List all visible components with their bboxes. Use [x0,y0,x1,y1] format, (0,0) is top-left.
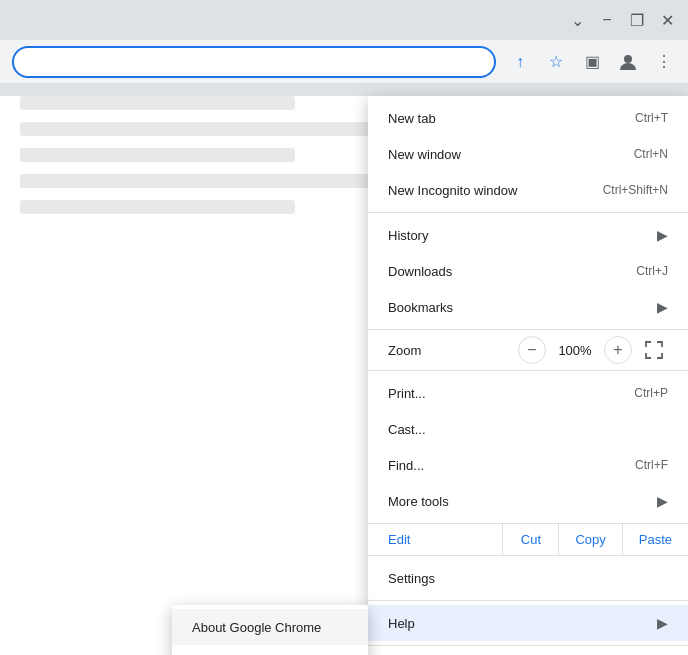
fullscreen-button[interactable] [640,336,668,364]
page-area: New tab Ctrl+T New window Ctrl+N New Inc… [0,96,688,655]
cut-button[interactable]: Cut [502,524,558,555]
help-container: Help ▶ About Google Chrome What's New He… [368,605,688,641]
window-controls: ⌄ − ❐ ✕ [564,7,680,33]
menu-item-find[interactable]: Find... Ctrl+F [368,447,688,483]
menu-section-print: Print... Ctrl+P Cast... Find... Ctrl+F M… [368,371,688,524]
paste-button[interactable]: Paste [622,524,688,555]
svg-point-0 [624,55,632,63]
menu-item-settings[interactable]: Settings [368,560,688,596]
zoom-row: Zoom − 100% + [368,330,688,371]
zoom-controls: − 100% + [518,336,668,364]
menu-section-exit: Exit [368,646,688,655]
menu-section-settings: Settings [368,556,688,601]
maximize-button[interactable]: ❐ [624,7,650,33]
page-line [20,200,295,214]
menu-item-new-incognito[interactable]: New Incognito window Ctrl+Shift+N [368,172,688,208]
profile-icon[interactable] [612,46,644,78]
chrome-window: ⌄ − ❐ ✕ ↑ ☆ ▣ ⋮ [0,0,688,655]
sidebar-icon[interactable]: ▣ [576,46,608,78]
menu-item-history[interactable]: History ▶ [368,217,688,253]
help-submenu: About Google Chrome What's New Help cent… [172,605,368,655]
copy-button[interactable]: Copy [558,524,621,555]
menu-section-history: History ▶ Downloads Ctrl+J Bookmarks ▶ [368,213,688,330]
toolbar: ↑ ☆ ▣ ⋮ [0,40,688,84]
title-bar: ⌄ − ❐ ✕ [0,0,688,40]
menu-item-downloads[interactable]: Downloads Ctrl+J [368,253,688,289]
menu-item-print[interactable]: Print... Ctrl+P [368,375,688,411]
menu-item-more-tools[interactable]: More tools ▶ [368,483,688,519]
menu-item-new-tab[interactable]: New tab Ctrl+T [368,100,688,136]
menu-icon[interactable]: ⋮ [648,46,680,78]
menu-item-cast[interactable]: Cast... [368,411,688,447]
address-bar[interactable] [12,46,496,78]
zoom-in-button[interactable]: + [604,336,632,364]
menu-section-new: New tab Ctrl+T New window Ctrl+N New Inc… [368,96,688,213]
menu-item-exit[interactable]: Exit [368,650,688,655]
zoom-out-button[interactable]: − [518,336,546,364]
bookmark-icon[interactable]: ☆ [540,46,572,78]
submenu-item-about[interactable]: About Google Chrome [172,609,368,645]
main-menu: New tab Ctrl+T New window Ctrl+N New Inc… [368,96,688,655]
minimize-button[interactable]: − [594,7,620,33]
zoom-value: 100% [554,343,596,358]
menu-item-bookmarks[interactable]: Bookmarks ▶ [368,289,688,325]
close-button[interactable]: ✕ [654,7,680,33]
submenu-item-whats-new[interactable]: What's New [172,645,368,655]
edit-button[interactable]: Edit [368,524,502,555]
menu-section-help: Help ▶ About Google Chrome What's New He… [368,601,688,646]
share-icon[interactable]: ↑ [504,46,536,78]
edit-row: Edit Cut Copy Paste [368,524,688,556]
expand-button[interactable]: ⌄ [564,7,590,33]
menu-item-help[interactable]: Help ▶ [368,605,688,641]
page-line [20,148,295,162]
menu-item-new-window[interactable]: New window Ctrl+N [368,136,688,172]
page-line [20,96,295,110]
